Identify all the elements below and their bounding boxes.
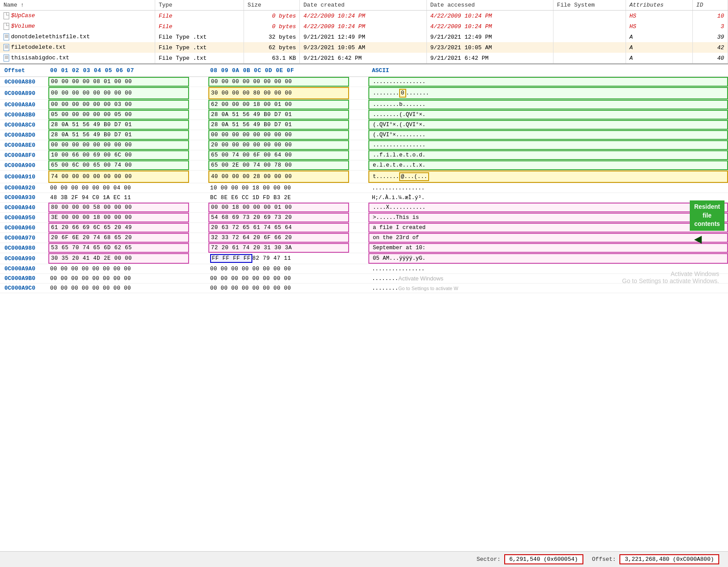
hex-ascii: >......This is: [368, 213, 728, 222]
hex-row[interactable]: 0C000A9C0 00 00 00 00 00 00 00 00 00 00 …: [0, 284, 728, 293]
hex-left-bytes: 00 00 00 00 00 00 00 00: [48, 274, 189, 283]
hex-ascii: t.......@...(...: [368, 171, 728, 183]
file-filesystem: [553, 42, 626, 53]
offset-header: Offset: [0, 66, 48, 75]
hex-row[interactable]: 0C000A8C0 28 0A 51 56 49 B0 D7 01 28 0A …: [0, 120, 728, 130]
table-row[interactable]: $Volume File 0 bytes 4/22/2009 10:24 PM …: [0, 21, 728, 32]
hex-offset: 0C000A970: [0, 233, 48, 243]
hex-right-bytes: 65 00 2E 00 74 00 78 00: [208, 160, 349, 170]
hex-viewer: Offset 00 01 02 03 04 05 06 07 08 09 0A …: [0, 64, 728, 311]
hex-right-bytes: 28 0A 51 56 49 B0 D7 01: [208, 110, 349, 120]
hex-right-bytes: 10 00 00 00 18 00 00 00: [208, 183, 349, 193]
activate-windows-watermark[interactable]: Activate Windows Go to Settings to activ…: [622, 270, 719, 284]
hex-offset: 0C000A9A0: [0, 264, 48, 273]
table-row[interactable]: thisisabigdoc.txt File Type .txt 63.1 KB…: [0, 53, 728, 64]
file-size: 0 bytes: [244, 11, 300, 22]
offset-label: Offset:: [592, 556, 616, 563]
col-filesystem[interactable]: File System: [553, 0, 626, 11]
hex-right-bytes: 00 00 00 00 00 00 00 00: [208, 77, 349, 87]
hex-left-bytes: 00 00 00 00 00 00 03 00: [48, 100, 189, 109]
table-row[interactable]: donotdeletethisfile.txt File Type .txt 3…: [0, 32, 728, 42]
col-attributes[interactable]: Attributes: [626, 0, 692, 11]
hex-row[interactable]: 0C000A910 74 00 00 00 00 00 00 00 40 00 …: [0, 171, 728, 183]
col-name[interactable]: Name ↑: [0, 0, 155, 11]
hex-right-bytes: 40 00 00 00 28 00 00 00: [208, 171, 349, 183]
offset-field: Offset: 3,221,268,480 (0xC000A800): [592, 554, 719, 564]
file-attributes: HS: [626, 21, 692, 32]
file-name: filetodelete.txt: [0, 42, 155, 53]
table-row[interactable]: $UpCase File 0 bytes 4/22/2009 10:24 PM …: [0, 11, 728, 22]
file-type: File: [155, 21, 244, 32]
hex-right-bytes: 00 00 00 00 00 00 00 00: [208, 284, 349, 293]
col-date-created[interactable]: Date created: [300, 0, 426, 11]
hex-row[interactable]: 0C000A8D0 28 0A 51 56 49 B0 D7 01 00 00 …: [0, 130, 728, 140]
file-id: 3: [692, 21, 728, 32]
hex-ascii: ........b.......: [368, 100, 728, 109]
table-row[interactable]: filetodelete.txt File Type .txt 62 bytes…: [0, 42, 728, 53]
hex-row[interactable]: 0C000A8A0 00 00 00 00 00 00 03 00 62 00 …: [0, 100, 728, 110]
hex-row[interactable]: 0C000A920 00 00 00 00 00 00 04 00 10 00 …: [0, 183, 728, 193]
hex-left-bytes: 30 35 20 41 4D 2E 00 00: [48, 253, 189, 264]
file-date-created: 4/22/2009 10:24 PM: [300, 21, 426, 32]
hex-row[interactable]: 0C000A8B0 05 00 00 00 00 00 05 00 28 0A …: [0, 110, 728, 120]
file-filesystem: [553, 11, 626, 22]
hex-row[interactable]: 0C000A980 53 65 70 74 65 6D 62 65 72 20 …: [0, 243, 728, 253]
hex-right-bytes: 28 0A 51 56 49 B0 D7 01: [208, 120, 349, 130]
file-filesystem: [553, 32, 626, 42]
hex-left-bytes: 65 00 6C 00 65 00 74 00: [48, 160, 189, 170]
offset-value[interactable]: 3,221,268,480 (0xC000A800): [619, 554, 719, 564]
hex-row[interactable]: 0C000A8F0 10 00 66 00 69 00 6C 00 65 00 …: [0, 150, 728, 160]
hex-ascii: ................: [368, 140, 728, 150]
hex-offset: 0C000A8C0: [0, 120, 48, 130]
hex-ascii: 05 AM...ÿÿÿÿ.yG.: [368, 253, 728, 264]
hex-row[interactable]: 0C000A890 00 00 00 00 00 00 00 00 30 00 …: [0, 87, 728, 100]
hex-row[interactable]: 0C000A900 65 00 6C 00 65 00 74 00 65 00 …: [0, 160, 728, 171]
hex-offset: 0C000A880: [0, 77, 48, 87]
hex-right-bytes: 00 00 00 00 00 00 00 00: [208, 130, 349, 140]
file-icon: [4, 44, 9, 51]
hex-row[interactable]: 0C000A940 80 00 00 00 58 00 00 00 00 00 …: [0, 203, 728, 213]
resident-arrow: ◄: [694, 233, 702, 247]
hex-row[interactable]: 0C000A8E0 00 00 00 00 00 00 00 00 20 00 …: [0, 140, 728, 150]
col-size[interactable]: Size: [244, 0, 300, 11]
file-table: Name ↑ Type Size Date created Date acces…: [0, 0, 728, 64]
file-date-accessed: 9/21/2021 12:49 PM: [426, 32, 553, 42]
hex-offset: 0C000A940: [0, 203, 48, 212]
hex-offset: 0C000A8B0: [0, 110, 48, 120]
hex-right-bytes: 20 00 00 00 00 00 00 00: [208, 140, 349, 150]
file-filesystem: [553, 21, 626, 32]
hex-row[interactable]: 0C000A9B0 00 00 00 00 00 00 00 00 00 00 …: [0, 274, 728, 284]
hex-left-bytes: 3E 00 00 00 18 00 00 00: [48, 213, 189, 222]
hex-left-bytes: 05 00 00 00 00 00 05 00: [48, 110, 189, 120]
hex-row[interactable]: 0C000A960 61 20 66 69 6C 65 20 49 20 63 …: [0, 223, 728, 233]
hex-row[interactable]: 0C000A990 30 35 20 41 4D 2E 00 00 FF FF …: [0, 253, 728, 264]
hex-offset: 0C000A920: [0, 183, 48, 193]
hex-row[interactable]: 0C000A880 00 00 00 00 08 01 00 00 00 00 …: [0, 77, 728, 87]
col-id[interactable]: ID: [692, 0, 728, 11]
file-type: File Type .txt: [155, 32, 244, 42]
hex-row[interactable]: 0C000A930 48 3B 2F 94 C0 1A EC 11 BC 8E …: [0, 193, 728, 203]
col-date-accessed[interactable]: Date accessed: [426, 0, 553, 11]
hex-offset: 0C000A980: [0, 243, 48, 253]
hex-row[interactable]: 0C000A9A0 00 00 00 00 00 00 00 00 00 00 …: [0, 264, 728, 274]
file-icon: [4, 33, 9, 40]
hex-right-bytes: 54 68 69 73 20 69 73 20: [208, 213, 349, 222]
hex-left-bytes: 53 65 70 74 65 6D 62 65: [48, 243, 189, 253]
sector-field: Sector: 6,291,540 (0x600054): [477, 554, 583, 564]
file-icon: [4, 12, 9, 19]
file-attributes: A: [626, 42, 692, 53]
sector-value[interactable]: 6,291,540 (0x600054): [504, 554, 583, 564]
file-date-accessed: 9/23/2021 10:05 AM: [426, 42, 553, 53]
col-type[interactable]: Type: [155, 0, 244, 11]
hex-row[interactable]: 0C000A970 20 6F 6E 20 74 68 65 20 32 33 …: [0, 233, 728, 243]
hex-right-bytes: 20 63 72 65 61 74 65 64: [208, 223, 349, 233]
hex-offset: 0C000A900: [0, 160, 48, 170]
hex-left-bytes: 61 20 66 69 6C 65 20 49: [48, 223, 189, 233]
hex-ascii: ..f.i.l.e.t.o.d.: [368, 150, 728, 160]
sector-label: Sector:: [477, 556, 501, 563]
hex-left-bytes: 00 00 00 00 00 00 00 00: [48, 87, 189, 99]
hex-row[interactable]: 0C000A950 3E 00 00 00 18 00 00 00 54 68 …: [0, 213, 728, 223]
hex-ascii: a file I created: [368, 223, 728, 233]
file-date-accessed: 9/21/2021 6:42 PM: [426, 53, 553, 64]
hex-left-bytes: 80 00 00 00 58 00 00 00: [48, 203, 189, 212]
